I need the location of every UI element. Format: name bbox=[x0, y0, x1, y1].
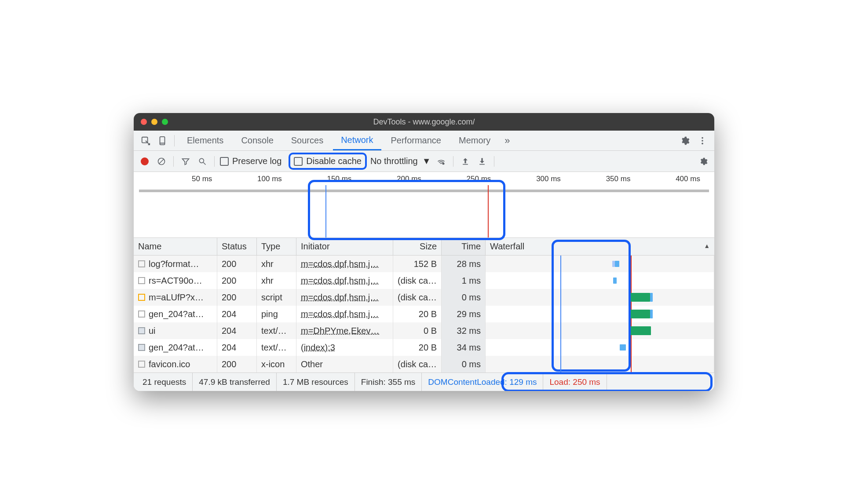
table-row[interactable]: rs=ACT90o… 200 xhr m=cdos,dpf,hsm,j… (di… bbox=[134, 272, 714, 289]
maximize-window-button[interactable] bbox=[162, 119, 168, 125]
tab-network[interactable]: Network bbox=[333, 131, 381, 150]
request-size: 0 B bbox=[393, 322, 442, 339]
table-row[interactable]: log?format… 200 xhr m=cdos,dpf,hsm,j… 15… bbox=[134, 256, 714, 272]
request-status: 204 bbox=[217, 306, 257, 322]
svg-line-7 bbox=[159, 159, 164, 164]
tab-performance[interactable]: Performance bbox=[383, 131, 450, 150]
request-initiator[interactable]: m=cdos,dpf,hsm,j… bbox=[301, 292, 379, 303]
footer-load: Load: 250 ms bbox=[543, 373, 607, 391]
request-name: ui bbox=[149, 326, 156, 336]
request-type: script bbox=[257, 289, 296, 306]
throttling-label: No throttling bbox=[370, 156, 418, 166]
filter-icon[interactable] bbox=[179, 155, 192, 168]
request-name: favicon.ico bbox=[149, 359, 190, 369]
col-time[interactable]: Time bbox=[442, 238, 486, 255]
throttling-select[interactable]: No throttling ▼ bbox=[370, 156, 431, 166]
request-status: 200 bbox=[217, 289, 257, 306]
window-title: DevTools - www.google.com/ bbox=[141, 117, 707, 127]
dcl-marker-line bbox=[325, 185, 326, 237]
request-type: xhr bbox=[257, 256, 296, 272]
titlebar: DevTools - www.google.com/ bbox=[134, 113, 714, 131]
table-row[interactable]: favicon.ico 200 x-icon Other (disk ca… 0… bbox=[134, 356, 714, 373]
load-marker-line bbox=[488, 185, 489, 237]
col-type[interactable]: Type bbox=[257, 238, 296, 255]
disable-cache-checkbox[interactable]: Disable cache bbox=[289, 153, 367, 170]
file-icon bbox=[138, 310, 145, 318]
request-initiator[interactable]: m=DhPYme,Ekev… bbox=[301, 326, 379, 336]
svg-point-10 bbox=[442, 162, 444, 164]
request-size: (disk ca… bbox=[393, 356, 442, 373]
tab-memory[interactable]: Memory bbox=[451, 131, 498, 150]
clear-icon[interactable] bbox=[155, 155, 168, 168]
record-button[interactable] bbox=[138, 155, 151, 168]
col-status[interactable]: Status bbox=[217, 238, 257, 255]
svg-point-3 bbox=[702, 137, 703, 139]
disable-cache-label: Disable cache bbox=[306, 156, 362, 166]
col-size[interactable]: Size bbox=[393, 238, 442, 255]
dcl-line bbox=[560, 256, 561, 272]
table-row[interactable]: gen_204?at… 204 ping m=cdos,dpf,hsm,j… 2… bbox=[134, 306, 714, 322]
settings-icon[interactable] bbox=[677, 133, 692, 148]
kebab-menu-icon[interactable] bbox=[695, 133, 710, 148]
download-har-icon[interactable] bbox=[475, 155, 489, 168]
tab-sources[interactable]: Sources bbox=[283, 131, 331, 150]
request-size: (disk ca… bbox=[393, 289, 442, 306]
overview-baseline bbox=[139, 190, 709, 192]
inspect-icon[interactable] bbox=[138, 133, 153, 148]
file-icon bbox=[138, 344, 145, 351]
tick-label: 200 ms bbox=[397, 175, 421, 183]
preserve-log-checkbox[interactable]: Preserve log bbox=[220, 156, 285, 166]
file-icon bbox=[138, 327, 145, 334]
svg-line-9 bbox=[204, 162, 206, 164]
request-initiator[interactable]: m=cdos,dpf,hsm,j… bbox=[301, 276, 379, 286]
waterfall-cell bbox=[490, 306, 709, 322]
network-conditions-icon[interactable] bbox=[435, 155, 448, 168]
table-row[interactable]: m=aLUfP?x… 200 script m=cdos,dpf,hsm,j… … bbox=[134, 289, 714, 306]
file-icon bbox=[138, 277, 145, 284]
network-settings-icon[interactable] bbox=[697, 155, 710, 168]
tab-elements[interactable]: Elements bbox=[179, 131, 231, 150]
footer-resources: 1.7 MB resources bbox=[277, 373, 355, 391]
upload-har-icon[interactable] bbox=[459, 155, 472, 168]
waterfall-cell bbox=[490, 339, 709, 356]
waterfall-cell bbox=[490, 322, 709, 339]
request-type: ping bbox=[257, 306, 296, 322]
request-time: 0 ms bbox=[442, 356, 486, 373]
col-initiator[interactable]: Initiator bbox=[296, 238, 393, 255]
tab-console[interactable]: Console bbox=[233, 131, 281, 150]
request-initiator[interactable]: m=cdos,dpf,hsm,j… bbox=[301, 309, 379, 319]
request-name: m=aLUfP?x… bbox=[149, 292, 204, 303]
col-waterfall[interactable]: Waterfall ▲ bbox=[486, 238, 714, 255]
tick-label: 100 ms bbox=[257, 175, 282, 183]
preserve-log-label: Preserve log bbox=[232, 156, 281, 166]
col-name[interactable]: Name bbox=[134, 238, 217, 255]
file-icon bbox=[138, 260, 145, 267]
tick-label: 300 ms bbox=[536, 175, 561, 183]
request-time: 34 ms bbox=[442, 339, 486, 356]
svg-rect-11 bbox=[463, 164, 468, 164]
request-initiator: Other bbox=[301, 359, 323, 369]
request-size: 20 B bbox=[393, 339, 442, 356]
request-initiator[interactable]: m=cdos,dpf,hsm,j… bbox=[301, 259, 379, 269]
tick-label: 50 ms bbox=[192, 175, 212, 183]
devtools-window: DevTools - www.google.com/ Elements Cons… bbox=[134, 113, 714, 391]
request-status: 200 bbox=[217, 272, 257, 289]
minimize-window-button[interactable] bbox=[151, 119, 157, 125]
file-icon bbox=[138, 361, 145, 368]
traffic-lights bbox=[141, 119, 168, 125]
device-toggle-icon[interactable] bbox=[155, 133, 170, 148]
request-type: xhr bbox=[257, 272, 296, 289]
table-row[interactable]: gen_204?at… 204 text/… (index):3 20 B 34… bbox=[134, 339, 714, 356]
footer-finish: Finish: 355 ms bbox=[355, 373, 422, 391]
request-type: text/… bbox=[257, 339, 296, 356]
table-row[interactable]: ui 204 text/… m=DhPYme,Ekev… 0 B 32 ms bbox=[134, 322, 714, 339]
request-time: 29 ms bbox=[442, 306, 486, 322]
more-tabs-icon[interactable]: » bbox=[500, 135, 514, 146]
close-window-button[interactable] bbox=[141, 119, 147, 125]
separator bbox=[174, 135, 175, 146]
separator bbox=[214, 156, 215, 167]
network-overview[interactable]: 50 ms 100 ms 150 ms 200 ms 250 ms 300 ms… bbox=[134, 172, 714, 238]
footer-requests: 21 requests bbox=[136, 373, 193, 391]
search-icon[interactable] bbox=[196, 155, 209, 168]
request-initiator[interactable]: (index):3 bbox=[301, 343, 335, 353]
